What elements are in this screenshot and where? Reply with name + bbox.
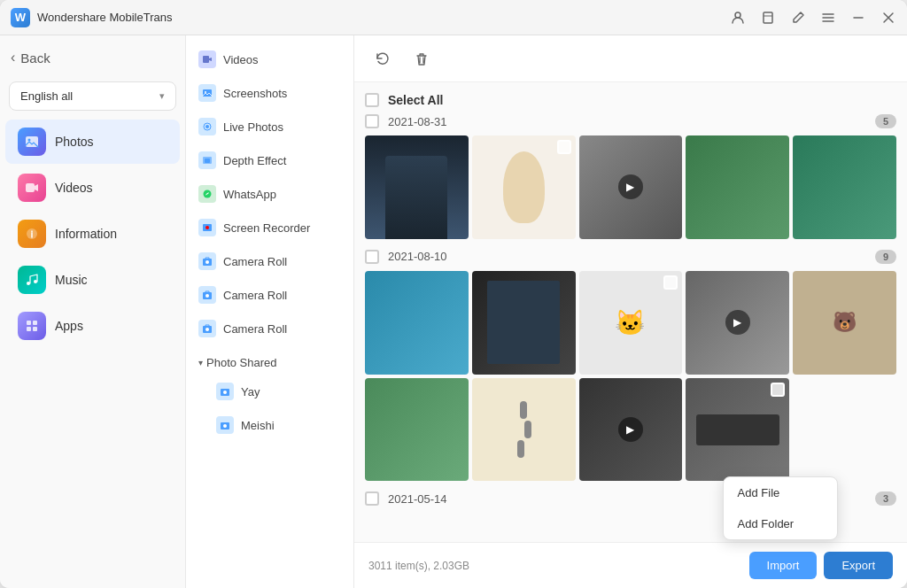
date-group-3-checkbox[interactable] [365, 491, 379, 506]
context-menu: Add File Add Folder [723, 476, 838, 540]
svg-point-6 [27, 282, 30, 285]
back-button[interactable]: ‹ Back [11, 50, 174, 66]
middle-item-camera-roll-2[interactable]: Camera Roll [186, 278, 353, 312]
svg-point-29 [223, 391, 227, 394]
export-button[interactable]: Export [824, 552, 893, 579]
photo-checkbox-p14[interactable] [771, 383, 785, 397]
sidebar-label-music: Music [55, 273, 88, 287]
edit-icon[interactable] [790, 10, 806, 26]
bookmark-icon[interactable] [760, 10, 776, 26]
whatsapp-small-icon [198, 185, 216, 203]
content-body: Select All 2021-08-31 5 [354, 82, 907, 542]
sidebar-label-videos: Videos [55, 181, 93, 195]
middle-item-screen-recorder[interactable]: Screen Recorder [186, 211, 353, 244]
middle-item-live-photos[interactable]: Live Photos [186, 110, 353, 143]
undo-button[interactable] [368, 44, 397, 73]
photo-shared-arrow-icon: ▾ [198, 358, 203, 368]
date-row-1: 2021-08-31 5 [365, 114, 896, 128]
date-group-2: 2021-08-10 9 [365, 250, 896, 482]
photo-checkbox-p2[interactable] [557, 140, 571, 154]
photo-item-p11[interactable] [365, 378, 469, 482]
svg-point-3 [28, 139, 31, 142]
svg-rect-13 [203, 89, 212, 97]
back-arrow-icon: ‹ [11, 50, 15, 66]
date-label-2: 2021-08-10 [388, 250, 866, 263]
photo-item-p3[interactable]: ▶ [579, 135, 683, 239]
middle-panel: Videos Screenshots Live Photos Depth Eff… [186, 35, 354, 588]
camera-roll-2-small-icon [198, 286, 216, 304]
import-button[interactable]: Import [749, 552, 818, 579]
middle-item-whatsapp[interactable]: WhatsApp [186, 177, 353, 211]
photo-item-p8[interactable]: 🐱 [579, 271, 683, 375]
language-dropdown[interactable]: English all ▾ [9, 81, 176, 111]
middle-label-camera-roll-3: Camera Roll [223, 322, 287, 336]
date-label-1: 2021-08-31 [388, 115, 866, 128]
profile-icon[interactable] [730, 10, 746, 26]
middle-item-videos[interactable]: Videos [186, 43, 353, 76]
photo-checkbox-p8[interactable] [663, 275, 678, 290]
content-footer: 3011 item(s), 2.03GB Import Export Add F… [354, 542, 907, 588]
photo-item-p1[interactable] [365, 135, 469, 239]
photo-item-p10[interactable]: 🐻 [793, 271, 896, 375]
context-menu-add-file[interactable]: Add File [724, 477, 837, 508]
sidebar-item-music[interactable]: Music [5, 258, 180, 302]
photo-item-p13[interactable]: ▶ [579, 378, 683, 482]
dropdown-selected: English all [20, 89, 73, 103]
depth-effect-small-icon [198, 151, 216, 169]
sidebar-item-apps[interactable]: Apps [5, 304, 180, 348]
middle-item-screenshots[interactable]: Screenshots [186, 76, 353, 110]
svg-point-23 [205, 260, 209, 264]
music-icon [18, 266, 46, 294]
middle-label-depth-effect: Depth Effect [223, 154, 286, 167]
svg-point-25 [205, 294, 209, 298]
photo-item-p7[interactable] [472, 271, 576, 375]
menu-icon[interactable] [820, 10, 836, 26]
svg-point-7 [34, 280, 37, 283]
left-sidebar: ‹ Back English all ▾ Photos [0, 35, 186, 588]
sidebar-item-videos[interactable]: Videos [5, 166, 180, 210]
photo-item-p12[interactable] [472, 378, 576, 482]
svg-rect-8 [27, 321, 31, 325]
middle-item-meishi[interactable]: Meishi [204, 408, 353, 442]
photo-item-p14[interactable] [686, 378, 789, 482]
content-area: Select All 2021-08-31 5 [354, 35, 907, 588]
select-all-row: Select All [365, 93, 896, 107]
main-layout: ‹ Back English all ▾ Photos [0, 35, 907, 588]
middle-item-yay[interactable]: Yay [204, 375, 353, 408]
middle-label-live-photos: Live Photos [223, 120, 283, 134]
context-menu-add-folder[interactable]: Add Folder [724, 508, 837, 539]
photos-icon [18, 128, 46, 156]
date-group-1-checkbox[interactable] [365, 114, 379, 128]
minimize-button[interactable] [850, 10, 866, 26]
date-group-2-checkbox[interactable] [365, 250, 379, 264]
photo-shared-toggle[interactable]: ▾ Photo Shared [198, 351, 341, 373]
app-window: W Wondershare MobileTrans [0, 0, 907, 588]
count-badge-3: 3 [875, 491, 896, 506]
sidebar-item-information[interactable]: Information [5, 212, 180, 256]
sidebar-header: ‹ Back [0, 44, 185, 74]
svg-rect-1 [764, 12, 772, 23]
play-icon-p9: ▶ [725, 310, 750, 335]
count-badge-2: 9 [875, 250, 896, 264]
sidebar-label-information: Information [55, 227, 117, 241]
middle-label-camera-roll-1: Camera Roll [223, 255, 287, 268]
photo-item-p4[interactable] [686, 135, 789, 239]
middle-item-depth-effect[interactable]: Depth Effect [186, 143, 353, 177]
middle-label-camera-roll-2: Camera Roll [223, 289, 287, 302]
middle-item-camera-roll-1[interactable]: Camera Roll [186, 244, 353, 278]
photo-item-p5[interactable] [793, 135, 896, 239]
svg-rect-11 [33, 327, 37, 331]
photo-item-p2[interactable] [472, 135, 576, 239]
photo-item-p6[interactable] [365, 271, 469, 375]
svg-rect-10 [27, 327, 31, 331]
footer-info: 3011 item(s), 2.03GB [368, 560, 469, 572]
photo-grid-1: ▶ [365, 135, 896, 239]
select-all-checkbox[interactable] [365, 93, 379, 107]
screen-recorder-small-icon [198, 219, 216, 236]
sidebar-item-photos[interactable]: Photos [5, 120, 180, 164]
photo-item-p9[interactable]: ▶ [686, 271, 789, 375]
close-button[interactable] [880, 10, 896, 26]
delete-button[interactable] [407, 44, 436, 73]
yay-small-icon [216, 383, 234, 400]
middle-item-camera-roll-3[interactable]: Camera Roll [186, 312, 353, 345]
